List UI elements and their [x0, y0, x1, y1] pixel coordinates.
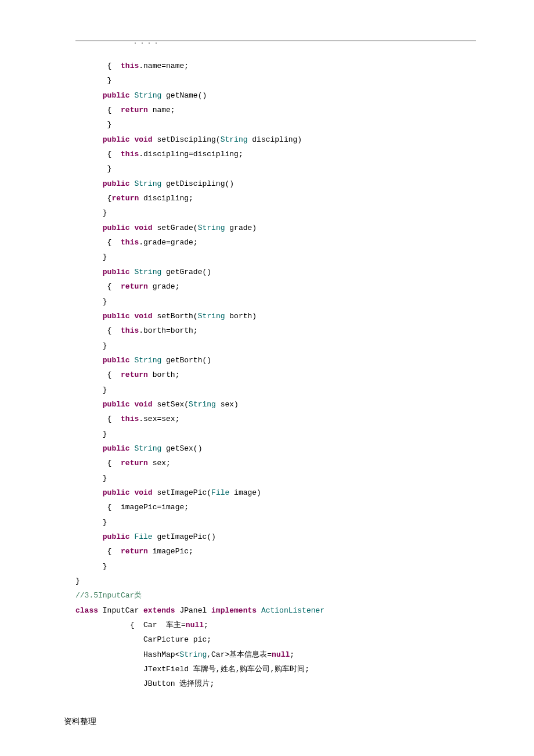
- code-line: public String getDiscipling(): [75, 177, 476, 191]
- code-line: { return sex;: [75, 456, 476, 470]
- code-line: { return imagePic;: [75, 544, 476, 559]
- code-line: public void setDiscipling(String discipl…: [75, 132, 476, 147]
- code-line: }: [75, 574, 476, 588]
- code-line: }: [75, 339, 476, 353]
- code-line: }: [75, 250, 476, 264]
- document-page: . . . . { this.name=name; } public Strin…: [0, 0, 534, 756]
- code-line: //3.5InputCar类: [75, 588, 476, 603]
- code-line: public void setSex(String sex): [75, 397, 476, 412]
- code-line: { return borth;: [75, 368, 476, 382]
- code-line: public String getSex(): [75, 441, 476, 456]
- code-line: class InputCar extends JPanel implements…: [75, 603, 476, 618]
- code-line: CarPicture pic;: [75, 632, 476, 647]
- footer-text: 资料整理: [64, 714, 96, 730]
- code-line: { imagePic=image;: [75, 500, 476, 514]
- code-line: }: [75, 206, 476, 220]
- code-line: public String getBorth(): [75, 353, 476, 368]
- code-line: }: [75, 294, 476, 309]
- code-line: JButton 选择照片;: [75, 676, 476, 691]
- code-line: }: [75, 427, 476, 441]
- code-line: { this.discipling=discipling;: [75, 147, 476, 161]
- code-line: public void setGrade(String grade): [75, 221, 476, 235]
- code-line: }: [75, 471, 476, 485]
- code-line: { this.borth=borth;: [75, 323, 476, 338]
- code-block: { this.name=name; } public String getNam…: [75, 59, 476, 692]
- code-line: { Car 车主=null;: [75, 618, 476, 632]
- code-line: { this.sex=sex;: [75, 412, 476, 426]
- code-line: { this.name=name;: [75, 59, 476, 73]
- code-line: public String getGrade(): [75, 265, 476, 279]
- code-line: public void setBorth(String borth): [75, 309, 476, 323]
- code-line: public void setImagePic(File image): [75, 485, 476, 500]
- code-line: }: [75, 73, 476, 88]
- code-line: }: [75, 515, 476, 530]
- code-line: { this.grade=grade;: [75, 235, 476, 250]
- code-line: }: [75, 383, 476, 397]
- code-line: {return discipling;: [75, 191, 476, 206]
- code-line: }: [75, 559, 476, 574]
- code-line: }: [75, 117, 476, 132]
- code-line: HashMap<String,Car>基本信息表=null;: [75, 647, 476, 662]
- header-rule: . . . .: [75, 41, 476, 41]
- code-line: JTextField 车牌号,姓名,购车公司,购车时间;: [75, 662, 476, 676]
- code-line: }: [75, 161, 476, 176]
- code-line: { return name;: [75, 103, 476, 117]
- header-dots: . . . .: [75, 37, 476, 48]
- code-line: { return grade;: [75, 279, 476, 294]
- code-line: public File getImagePic(): [75, 530, 476, 544]
- code-line: public String getName(): [75, 88, 476, 103]
